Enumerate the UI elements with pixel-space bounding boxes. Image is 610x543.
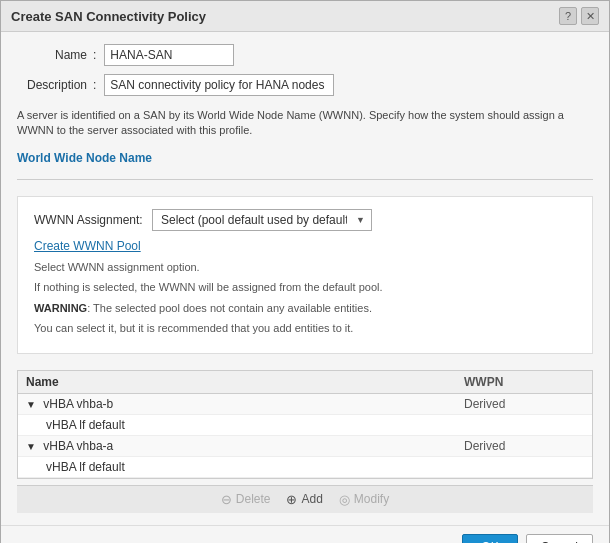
delete-icon: ⊖: [221, 492, 232, 507]
row-name: ▼ vHBA vhba-a: [26, 439, 464, 453]
hint-text-2: If nothing is selected, the WWNN will be…: [34, 279, 576, 296]
col-header-name: Name: [26, 375, 464, 389]
san-table: Name WWPN ▼ vHBA vhba-b Derived vHBA lf …: [17, 370, 593, 479]
desc-colon: :: [93, 78, 96, 92]
name-colon: :: [93, 48, 96, 62]
name-input[interactable]: [104, 44, 234, 66]
info-text: A server is identified on a SAN by its W…: [17, 108, 593, 139]
delete-label: Delete: [236, 492, 271, 506]
table-row[interactable]: vHBA lf default: [18, 415, 592, 436]
table-row[interactable]: ▼ vHBA vhba-b Derived: [18, 394, 592, 415]
warning-text-1: : The selected pool does not contain any…: [87, 302, 372, 314]
hint-text-1: Select WWNN assignment option.: [34, 259, 576, 276]
dialog-footer: OK Cancel: [1, 525, 609, 543]
wwnn-section-box: WWNN Assignment: Select (pool default us…: [17, 196, 593, 354]
delete-button[interactable]: ⊖ Delete: [221, 492, 271, 507]
collapse-icon: ▼: [26, 441, 36, 452]
warning-label: WARNING: [34, 302, 87, 314]
add-icon: ⊕: [286, 492, 297, 507]
dialog-body: Name : Description : A server is identif…: [1, 32, 609, 525]
ok-button[interactable]: OK: [462, 534, 517, 543]
table-row[interactable]: ▼ vHBA vhba-a Derived: [18, 436, 592, 457]
row-wwpn: Derived: [464, 397, 584, 411]
titlebar-buttons: ? ✕: [559, 7, 599, 25]
dialog-title: Create SAN Connectivity Policy: [11, 9, 206, 24]
wwnn-assignment-row: WWNN Assignment: Select (pool default us…: [34, 209, 576, 231]
table-row[interactable]: vHBA lf default: [18, 457, 592, 478]
warning-row-1: WARNING: The selected pool does not cont…: [34, 300, 576, 317]
col-header-wwpn: WWPN: [464, 375, 584, 389]
add-label: Add: [301, 492, 322, 506]
row-name: vHBA lf default: [46, 418, 464, 432]
dialog-titlebar: Create SAN Connectivity Policy ? ✕: [1, 1, 609, 32]
description-input[interactable]: [104, 74, 334, 96]
create-san-policy-dialog: Create SAN Connectivity Policy ? ✕ Name …: [0, 0, 610, 543]
table-header: Name WWPN: [18, 371, 592, 394]
description-label: Description: [17, 78, 87, 92]
create-wwnn-pool-link[interactable]: Create WWNN Pool: [34, 239, 141, 253]
section-divider: [17, 179, 593, 180]
modify-icon: ◎: [339, 492, 350, 507]
name-row: Name :: [17, 44, 593, 66]
modify-label: Modify: [354, 492, 389, 506]
name-label: Name: [17, 48, 87, 62]
wwnn-assignment-select[interactable]: Select (pool default used by default): [152, 209, 372, 231]
warning-row-2: You can select it, but it is recommended…: [34, 320, 576, 337]
wwnn-assignment-label: WWNN Assignment:: [34, 213, 144, 227]
cancel-button[interactable]: Cancel: [526, 534, 593, 543]
add-button[interactable]: ⊕ Add: [286, 492, 322, 507]
row-name: vHBA lf default: [46, 460, 464, 474]
description-row: Description :: [17, 74, 593, 96]
wwnn-select-wrapper: Select (pool default used by default): [152, 209, 372, 231]
row-wwpn: Derived: [464, 439, 584, 453]
modify-button[interactable]: ◎ Modify: [339, 492, 389, 507]
help-button[interactable]: ?: [559, 7, 577, 25]
row-name: ▼ vHBA vhba-b: [26, 397, 464, 411]
table-body: ▼ vHBA vhba-b Derived vHBA lf default ▼ …: [18, 394, 592, 478]
collapse-icon: ▼: [26, 399, 36, 410]
close-button[interactable]: ✕: [581, 7, 599, 25]
bottom-toolbar: ⊖ Delete ⊕ Add ◎ Modify: [17, 485, 593, 513]
wwnn-section-heading: World Wide Node Name: [17, 151, 593, 165]
